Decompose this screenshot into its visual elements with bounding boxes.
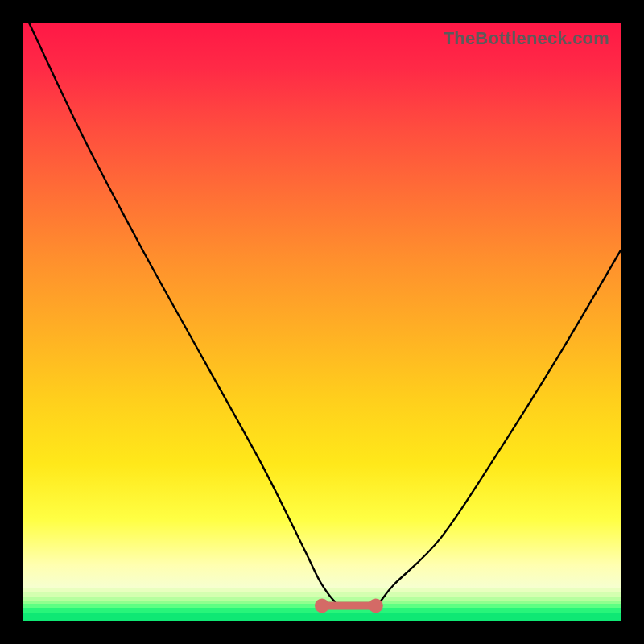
watermark-text: TheBottleneck.com bbox=[444, 28, 609, 49]
chart-frame: TheBottleneck.com bbox=[0, 0, 644, 644]
green-band-7 bbox=[23, 613, 621, 621]
bottleneck-gradient-background bbox=[23, 23, 621, 588]
plot-area: TheBottleneck.com bbox=[23, 23, 621, 621]
